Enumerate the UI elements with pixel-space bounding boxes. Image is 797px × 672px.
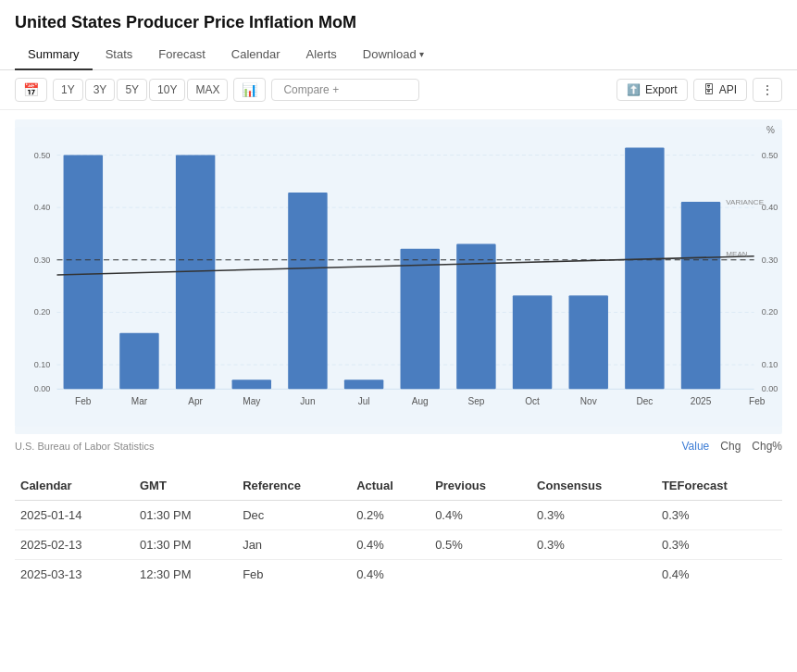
chg-toggle[interactable]: Chg xyxy=(720,440,741,453)
tab-forecast[interactable]: Forecast xyxy=(145,40,218,70)
more-options-button[interactable]: ⋮ xyxy=(753,78,782,102)
btn-1y[interactable]: 1Y xyxy=(53,79,83,101)
svg-text:Nov: Nov xyxy=(580,397,598,407)
cell-previous: 0.4% xyxy=(430,501,531,530)
chgpct-toggle[interactable]: Chg% xyxy=(752,440,782,453)
cell-gmt: 01:30 PM xyxy=(134,501,237,530)
cell-calendar: 2025-02-13 xyxy=(15,530,134,560)
chart-area: % 0.50 0.40 0.30 0.20 0.10 0.00 0.50 0.4… xyxy=(0,110,797,462)
svg-rect-28 xyxy=(568,295,607,389)
page-title: United States Producer Price Inflation M… xyxy=(0,0,797,40)
cell-teforecast: 0.3% xyxy=(656,530,782,560)
data-table: Calendar GMT Reference Actual Previous C… xyxy=(15,471,782,589)
tab-stats[interactable]: Stats xyxy=(93,40,146,70)
svg-text:MEAN: MEAN xyxy=(726,250,748,258)
svg-rect-30 xyxy=(681,202,720,389)
col-calendar: Calendar xyxy=(15,471,134,501)
svg-text:0.10: 0.10 xyxy=(34,360,51,369)
svg-text:Dec: Dec xyxy=(636,397,653,407)
tab-alerts[interactable]: Alerts xyxy=(293,40,350,70)
tab-bar: Summary Stats Forecast Calendar Alerts D… xyxy=(0,40,797,70)
svg-text:0.40: 0.40 xyxy=(34,203,51,212)
data-source-label: U.S. Bureau of Labor Statistics xyxy=(15,441,154,452)
svg-rect-25 xyxy=(401,249,440,390)
cell-actual: 0.2% xyxy=(351,501,430,530)
svg-text:0.20: 0.20 xyxy=(34,307,51,317)
table-row: 2025-02-13 01:30 PM Jan 0.4% 0.5% 0.3% 0… xyxy=(15,530,782,560)
chart-container: % 0.50 0.40 0.30 0.20 0.10 0.00 0.50 0.4… xyxy=(15,119,782,434)
percent-label: % xyxy=(766,125,775,135)
cell-reference: Dec xyxy=(237,501,351,530)
table-row: 2025-03-13 12:30 PM Feb 0.4% 0.4% xyxy=(15,560,782,590)
svg-text:VARIANCE: VARIANCE xyxy=(726,198,764,206)
svg-rect-23 xyxy=(288,193,327,389)
col-teforecast: TEForecast xyxy=(656,471,782,501)
svg-rect-27 xyxy=(513,295,552,389)
col-reference: Reference xyxy=(237,471,351,501)
col-consensus: Consensus xyxy=(531,471,656,501)
svg-text:0.30: 0.30 xyxy=(762,255,778,265)
svg-text:Feb: Feb xyxy=(749,397,766,407)
tab-summary[interactable]: Summary xyxy=(15,40,93,70)
export-icon: ⬆️ xyxy=(627,83,641,96)
svg-rect-24 xyxy=(344,380,383,389)
col-previous: Previous xyxy=(430,471,531,501)
cell-consensus: 0.3% xyxy=(531,501,656,530)
svg-rect-19 xyxy=(64,156,103,390)
tab-calendar[interactable]: Calendar xyxy=(218,40,293,70)
database-icon: 🗄 xyxy=(704,83,715,96)
table-header-row: Calendar GMT Reference Actual Previous C… xyxy=(15,471,782,501)
cell-reference: Jan xyxy=(237,530,351,560)
cell-gmt: 12:30 PM xyxy=(134,560,237,590)
svg-text:Jul: Jul xyxy=(358,397,370,407)
value-toggle[interactable]: Value xyxy=(681,440,709,453)
calendar-picker-icon[interactable]: 📅 xyxy=(15,78,47,102)
svg-rect-20 xyxy=(119,333,158,390)
export-button[interactable]: ⬆️ Export xyxy=(616,79,688,101)
col-actual: Actual xyxy=(351,471,430,501)
svg-text:2025: 2025 xyxy=(691,397,712,407)
btn-10y[interactable]: 10Y xyxy=(149,79,185,101)
btn-3y[interactable]: 3Y xyxy=(85,79,116,101)
api-button[interactable]: 🗄 API xyxy=(693,79,747,101)
chart-svg: 0.50 0.40 0.30 0.20 0.10 0.00 0.50 0.40 … xyxy=(15,119,782,434)
svg-text:Aug: Aug xyxy=(412,397,429,407)
svg-text:Oct: Oct xyxy=(525,397,540,407)
cell-previous xyxy=(430,560,531,590)
chart-value-toggles: Value Chg Chg% xyxy=(681,440,782,453)
svg-text:Apr: Apr xyxy=(188,397,203,407)
chart-type-icon[interactable]: 📊 xyxy=(233,78,266,102)
svg-text:Mar: Mar xyxy=(131,397,148,407)
cell-previous: 0.5% xyxy=(430,530,531,560)
svg-text:Sep: Sep xyxy=(467,397,484,407)
btn-5y[interactable]: 5Y xyxy=(117,79,147,101)
cell-calendar: 2025-03-13 xyxy=(15,560,134,590)
time-buttons: 1Y 3Y 5Y 10Y MAX xyxy=(53,79,228,101)
svg-text:0.40: 0.40 xyxy=(762,203,778,212)
cell-actual: 0.4% xyxy=(351,560,430,590)
cell-teforecast: 0.4% xyxy=(656,560,782,590)
svg-text:May: May xyxy=(243,397,261,407)
svg-text:0.10: 0.10 xyxy=(762,360,778,369)
svg-text:0.00: 0.00 xyxy=(34,384,51,393)
svg-text:0.00: 0.00 xyxy=(762,384,778,393)
svg-text:Jun: Jun xyxy=(300,397,315,407)
btn-max[interactable]: MAX xyxy=(187,79,228,101)
svg-text:0.50: 0.50 xyxy=(762,151,778,160)
cell-teforecast: 0.3% xyxy=(656,501,782,530)
toolbar: 📅 1Y 3Y 5Y 10Y MAX 📊 Compare + ⬆️ Export… xyxy=(0,70,797,110)
svg-text:0.20: 0.20 xyxy=(762,307,778,317)
cell-reference: Feb xyxy=(237,560,351,590)
svg-rect-22 xyxy=(232,380,271,389)
cell-actual: 0.4% xyxy=(351,530,430,560)
cell-calendar: 2025-01-14 xyxy=(15,501,134,530)
cell-gmt: 01:30 PM xyxy=(134,530,237,560)
table-section: Calendar GMT Reference Actual Previous C… xyxy=(0,462,797,604)
chevron-down-icon: ▾ xyxy=(419,49,424,59)
svg-text:0.30: 0.30 xyxy=(34,255,51,265)
svg-rect-29 xyxy=(625,147,664,389)
tab-download[interactable]: Download ▾ xyxy=(350,40,437,70)
compare-input[interactable]: Compare + xyxy=(271,79,419,101)
chart-footer: U.S. Bureau of Labor Statistics Value Ch… xyxy=(15,434,782,462)
table-row: 2025-01-14 01:30 PM Dec 0.2% 0.4% 0.3% 0… xyxy=(15,501,782,530)
